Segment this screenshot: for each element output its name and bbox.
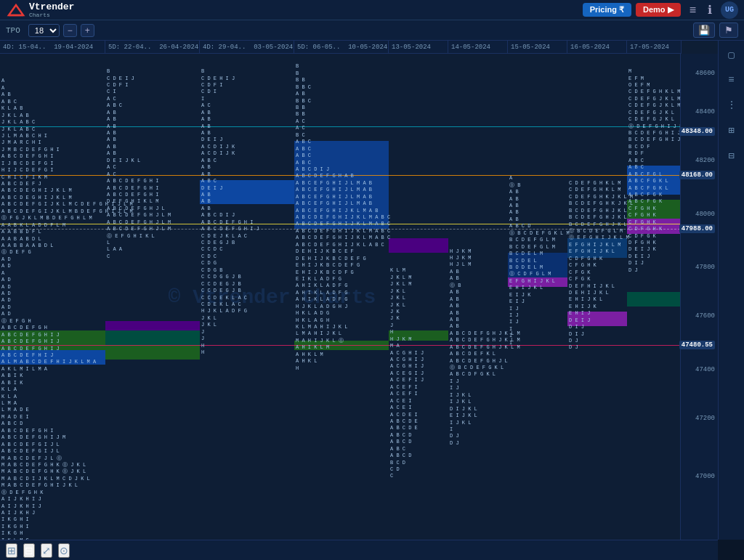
rows-icon[interactable]: ≡ [725, 71, 737, 89]
col-4: B B B B B B C A B B B C B B B B A C A C … [294, 54, 389, 540]
logo-icon [6, 2, 26, 18]
list-view-button[interactable]: ⊟ [23, 543, 35, 558]
price-48600: 48600 [695, 70, 715, 77]
tpo-label: TPO [6, 26, 20, 35]
date-seg-3: 4D: 29-04.. 03-05-2024 [200, 41, 294, 53]
col8-profile: C D E F G H K L M C D E F G H K L M C D … [569, 180, 633, 352]
flag-button[interactable]: ⚑ [719, 23, 738, 38]
col3-profile: B C D E H I J C D F I C D I I A C A B A … [201, 68, 259, 356]
single-chart-icon[interactable]: ▢ [725, 46, 737, 64]
grid-icon[interactable]: ⊞ [725, 121, 737, 139]
date-seg-6: 14-05-2024 [448, 41, 508, 53]
price-48200: 48200 [695, 157, 715, 164]
price-47400: 47400 [695, 366, 715, 373]
col2-profile: B C D E I J C D F I C I A C A B C A B A … [107, 68, 171, 260]
date-seg-5: 13-05-2024 [389, 41, 448, 53]
date-seg-4: 5D: 06-05.. 10-05-2024 [294, 41, 389, 53]
col4-profile: B B B B B B C A B B B C B B B B A C A C … [296, 63, 390, 372]
col9-profile: M E F M O E F M C D E F G H K L M C D E … [628, 68, 680, 274]
price-47000: 47000 [695, 473, 715, 480]
price-47200: 47200 [695, 415, 715, 422]
date-seg-7: 15-05-2024 [508, 41, 567, 53]
col-9: M E F M O E F M C D E F G H K L M C D E … [627, 54, 680, 540]
bottom-bar: ⊞ ⊟ ⤢ ⊙ [0, 540, 718, 560]
grid-view-button[interactable]: ⊞ [6, 543, 17, 558]
price-47600: 47600 [695, 312, 715, 320]
demo-button[interactable]: Demo ▶ [636, 3, 681, 17]
expand-button[interactable]: ⤢ [41, 543, 52, 558]
col7-profile: A ⓪ B A B A B A B A B A B A B C D ⓪ B C … [509, 175, 570, 346]
price-47988: 47988.00 [679, 224, 715, 233]
chart-area: 4D: 15-04.. 19-04-2024 5D: 22-04.. 26-04… [0, 41, 718, 540]
save-button[interactable]: 💾 [693, 23, 715, 38]
price-48400: 48400 [695, 108, 715, 115]
top-navigation: Vtrender Charts Pricing ₹ Demo ▶ ≡ ℹ UG [0, 0, 744, 20]
price-47480: 47480.55 [679, 341, 715, 349]
price-47800: 47800 [695, 264, 715, 271]
price-axis: 48600 48400 48348.00 48200 48168.00 4800… [680, 54, 718, 540]
col9-teal-block [627, 292, 680, 307]
date-header: 4D: 15-04.. 19-04-2024 5D: 22-04.. 26-04… [0, 41, 682, 54]
grid2-icon[interactable]: ⊟ [725, 147, 737, 165]
price-48000: 48000 [695, 211, 715, 218]
pricing-button[interactable]: Pricing ₹ [583, 3, 631, 17]
date-seg-9: 17-05-2024 [627, 41, 682, 53]
menu-icon-button[interactable]: ≡ [687, 2, 699, 18]
camera-button[interactable]: ⊙ [58, 543, 70, 558]
right-sidebar: Live ▢ ≡ ⋮ ⊞ ⊟ [718, 20, 744, 540]
tpo-canvas: © Vtrender Charts A A A B A B C K L A B … [0, 54, 680, 540]
plus-button[interactable]: + [81, 24, 94, 37]
date-seg-8: 16-05-2024 [567, 41, 627, 53]
timeframe-select[interactable]: 18 15 30 [28, 24, 60, 37]
info-icon-button[interactable]: ℹ [705, 1, 715, 18]
price-48348: 48348.00 [679, 127, 715, 136]
col5-purple-block [389, 238, 448, 253]
toolbar: TPO 18 15 30 − + 💾 ⚑ [0, 20, 744, 41]
minus-button[interactable]: − [63, 24, 77, 37]
logo: Vtrender Charts [6, 2, 74, 18]
col5-profile: K L M J K L M J K L M J K L J K L J K L … [390, 267, 424, 480]
col-1: A A A B A B C K L A B J K L A B J K L A … [0, 54, 105, 540]
date-seg-1: 4D: 15-04.. 19-04-2024 [0, 41, 105, 53]
columns-icon[interactable]: ⋮ [724, 96, 740, 114]
logo-sub: Charts [29, 12, 74, 18]
svg-marker-0 [9, 5, 23, 15]
price-48168: 48168.00 [679, 171, 715, 179]
user-avatar[interactable]: UG [721, 1, 738, 19]
date-seg-2: 5D: 22-04.. 26-04-2024 [105, 41, 200, 53]
logo-text: Vtrender [29, 2, 74, 12]
